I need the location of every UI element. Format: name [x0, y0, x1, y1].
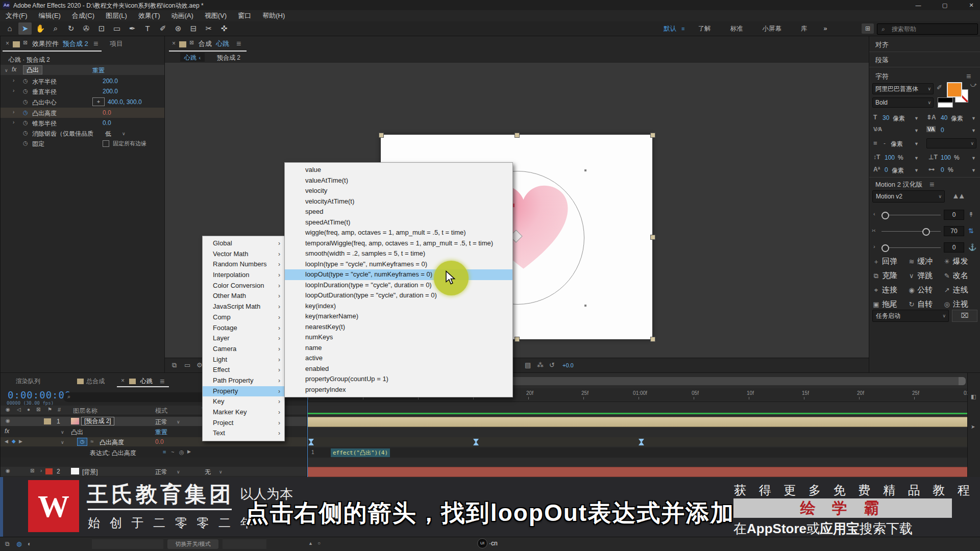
paragraph-panel-header[interactable]: 段落	[875, 56, 889, 65]
leading-value[interactable]: 40	[941, 114, 947, 121]
chevron-down-icon[interactable]: ∨	[177, 469, 180, 474]
workspace-switcher-icon[interactable]: ⊞	[862, 23, 874, 34]
blend-mode[interactable]: 正常	[155, 418, 167, 427]
property-row[interactable]: ◷ 消除锯齿（仅最佳品质 低 ∨	[1, 128, 165, 138]
monitor-icon[interactable]: ▭	[184, 361, 190, 369]
menubar-item[interactable]: 视图(V)	[199, 10, 232, 21]
layer1-duration-bar[interactable]	[307, 417, 968, 427]
slider-knob[interactable]	[922, 228, 930, 236]
reset-exposure-icon[interactable]: ↺	[549, 361, 555, 369]
menu-item[interactable]: Effect ›	[203, 365, 284, 375]
tab-close-icon[interactable]: ×	[121, 377, 125, 384]
tool-icon[interactable]: ✂	[202, 22, 215, 35]
slider-value[interactable]: 0	[944, 242, 964, 253]
align-panel-header[interactable]: 对齐	[875, 40, 889, 49]
tool-icon[interactable]: ✋	[34, 22, 47, 35]
transform-handle[interactable]	[650, 133, 655, 138]
toggle-switches-button[interactable]: 切换开关/模式	[167, 539, 218, 549]
stopwatch-icon[interactable]: ◷	[23, 88, 28, 94]
property-value[interactable]: 400.0, 300.0	[108, 98, 142, 106]
character-panel-header[interactable]: 字符	[875, 72, 889, 81]
property-row[interactable]: › ◷ 水平半径 200.0	[1, 76, 165, 86]
effect-header-row[interactable]: ∨ fx 凸出 重置	[1, 65, 165, 75]
tool-icon[interactable]: ✜	[217, 22, 231, 35]
maximize-button[interactable]: ▢	[936, 0, 953, 10]
transform-handle[interactable]	[514, 133, 520, 138]
expression-enable-icon[interactable]: =	[163, 449, 166, 455]
expression-language-icon[interactable]: ▶	[187, 449, 191, 454]
motion-blur-icon[interactable]: ◍	[16, 540, 21, 547]
layer-label-swatch[interactable]	[44, 418, 51, 424]
menu-item[interactable]: Global ›	[203, 238, 284, 249]
chevron-down-icon[interactable]: ▼	[914, 141, 919, 146]
submenu-item[interactable]: velocity	[285, 186, 512, 196]
tool-icon[interactable]: ⊛	[172, 22, 185, 35]
tab-composition-name[interactable]: 心跳	[216, 39, 229, 48]
blend-mode[interactable]: 正常	[155, 468, 167, 477]
menu-item[interactable]: JavaScript Math ›	[203, 302, 284, 312]
tool-icon[interactable]: ⌂	[3, 22, 16, 35]
submenu-item[interactable]: valueAtTime(t)	[285, 176, 512, 186]
rocket-icon[interactable]: ↟	[968, 211, 974, 218]
submenu-item[interactable]: numKeys	[285, 332, 512, 343]
solo-icon[interactable]: ●	[27, 407, 30, 412]
menu-item[interactable]: Light ›	[203, 355, 284, 365]
menu-item[interactable]: Text ›	[203, 428, 284, 439]
reset-link[interactable]: 重置	[92, 66, 105, 75]
slider-value[interactable]: 70	[944, 226, 964, 236]
menu-item[interactable]: Camera ›	[203, 344, 284, 355]
tool-icon[interactable]: ✇	[80, 22, 93, 35]
chevron-down-icon[interactable]: ▼	[914, 116, 919, 121]
expander-icon[interactable]: ›	[13, 88, 14, 93]
effect-name[interactable]: 凸出	[23, 65, 42, 74]
property-row[interactable]: › ◷ 垂直半径 200.0	[1, 86, 165, 96]
pointer-icon[interactable]: ➤	[971, 424, 975, 430]
graph-icon[interactable]: ▤	[525, 361, 531, 369]
motion-tool-button[interactable]: ＋ 回弹	[872, 257, 908, 266]
menubar-item[interactable]: 文件(F)	[0, 10, 33, 21]
panel-menu-icon[interactable]: ≡	[966, 72, 971, 81]
comp-marker-icon[interactable]: ◧	[971, 393, 976, 400]
mode-column[interactable]: 模式	[155, 407, 167, 415]
stopwatch-icon[interactable]: ◷	[23, 78, 28, 84]
property-name[interactable]: 凸出高度	[100, 438, 124, 447]
layer-row-2[interactable]: ◉ ⊠ › 2 [背景] 正常 ∨ 无 ∨	[1, 467, 307, 476]
parent-link[interactable]: 无	[205, 468, 211, 477]
motion-panel-header[interactable]: Motion 2 汉化版	[875, 180, 922, 189]
prev-keyframe-icon[interactable]: ◀	[5, 439, 8, 444]
motion-tool-button[interactable]: ⧉ 克隆	[872, 271, 908, 281]
current-timecode[interactable]: 0:00:00:00	[8, 389, 71, 400]
stopwatch-icon-active[interactable]: ◷	[77, 438, 87, 446]
tool-icon[interactable]: ⌕	[49, 22, 62, 35]
tab-comp-total[interactable]: 总合成	[86, 377, 105, 386]
property-value-expression[interactable]: 0.0	[103, 109, 111, 116]
menu-item[interactable]: Footage ›	[203, 323, 284, 334]
motion-tool-button[interactable]: ✳ 爆发	[943, 257, 978, 266]
tool-icon[interactable]: ✒	[126, 22, 139, 35]
slider-track[interactable]	[881, 247, 941, 248]
menubar-item[interactable]: 效果(T)	[133, 10, 166, 21]
eyedropper-icon[interactable]: ✐	[937, 84, 942, 91]
workspace-overflow-chevron[interactable]: »	[823, 21, 827, 36]
motion-tool-button[interactable]: ↻ 自转	[908, 299, 943, 309]
submenu-item[interactable]: wiggle(freq, amp, octaves = 1, amp_mult …	[285, 228, 512, 238]
menu-item[interactable]: Comp ›	[203, 312, 284, 323]
next-keyframe-icon[interactable]: ▶	[19, 439, 22, 444]
updown-arrows-icon[interactable]: ⇅	[968, 227, 974, 235]
slider-value[interactable]: 0	[944, 210, 964, 220]
keyframe[interactable]	[473, 439, 479, 445]
motion-tool-button[interactable]: ≋ 缓冲	[908, 257, 943, 266]
motion-tool-button[interactable]: ↗ 连线	[943, 285, 978, 295]
property-row[interactable]: ◷ 凸出中心 + 400.0, 300.0	[1, 96, 165, 108]
chevron-down-icon[interactable]: ∨	[5, 68, 8, 73]
workspace-tab-library[interactable]: 库	[801, 21, 807, 36]
workspace-tab-small-screen[interactable]: 小屏幕	[762, 21, 781, 36]
checkbox[interactable]	[103, 140, 109, 147]
eye-icon[interactable]: ◉	[6, 407, 10, 412]
tab-render-queue[interactable]: 渲染队列	[16, 377, 40, 386]
breadcrumb-parent[interactable]: 预合成 2	[217, 54, 240, 62]
menu-item[interactable]: Vector Math ›	[203, 249, 284, 260]
motion-preset-select[interactable]: Motion v2 ∨	[872, 190, 945, 203]
lock-icon[interactable]: ⊠	[30, 468, 34, 473]
expression-row[interactable]: 表达式: 凸出高度 = ~ ◎ ▶	[1, 447, 307, 458]
